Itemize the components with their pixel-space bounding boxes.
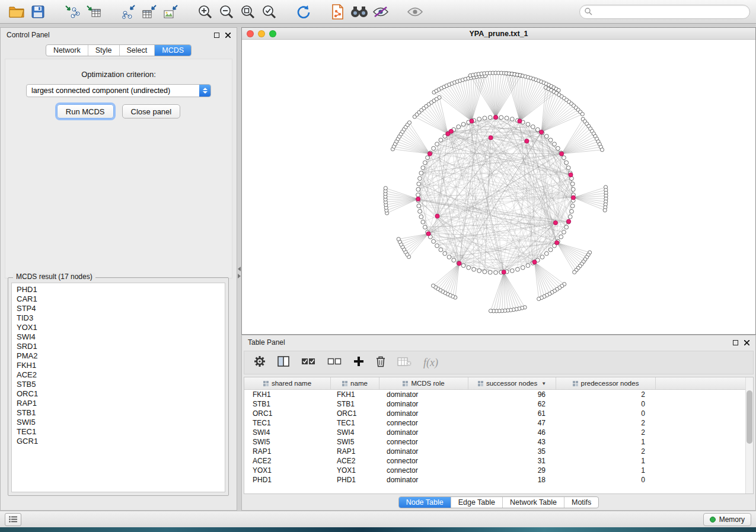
search-input[interactable] xyxy=(595,7,745,17)
mcds-result-item[interactable]: SWI5 xyxy=(12,418,225,427)
table-row[interactable]: FKH1FKH1dominator962 xyxy=(244,390,753,399)
table-cell[interactable]: connector xyxy=(379,419,468,427)
export-table-icon[interactable] xyxy=(139,2,160,21)
optimization-criterion-dropdown[interactable]: largest connected component (undirected) xyxy=(26,84,211,97)
table-cell[interactable]: TEC1 xyxy=(331,419,379,427)
table-cell[interactable]: ACE2 xyxy=(244,457,331,465)
zoom-selected-icon[interactable] xyxy=(259,2,280,21)
mcds-result-item[interactable]: STP4 xyxy=(12,304,225,313)
close-table-panel-icon[interactable] xyxy=(744,340,749,345)
table-cell[interactable]: YOX1 xyxy=(244,466,331,475)
table-cell[interactable]: RAP1 xyxy=(244,447,331,456)
table-row[interactable]: SWI5SWI5connector431 xyxy=(244,437,753,447)
table-cell[interactable]: 31 xyxy=(468,457,556,465)
mcds-result-item[interactable]: CAR1 xyxy=(12,294,225,304)
tab-select[interactable]: Select xyxy=(119,45,155,56)
tab-mcds[interactable]: MCDS xyxy=(154,45,191,56)
mcds-result-item[interactable]: PMA2 xyxy=(12,351,225,361)
zoom-out-icon[interactable] xyxy=(216,2,237,21)
network-window-titlebar[interactable]: YPA_prune.txt_1 xyxy=(242,28,755,40)
sort-indicator-icon[interactable]: ▼ xyxy=(541,381,546,386)
mcds-result-item[interactable]: GCR1 xyxy=(12,437,225,446)
table-cell[interactable]: 18 xyxy=(468,476,556,484)
table-row[interactable]: STB1STB1dominator620 xyxy=(244,399,753,409)
mcds-result-item[interactable]: PHD1 xyxy=(12,285,225,294)
mcds-result-list[interactable]: PHD1CAR1STP4TID3YOX1SWI4SRD1PMA2FKH1ACE2… xyxy=(11,283,225,492)
table-cell[interactable]: STB1 xyxy=(331,400,379,408)
mcds-result-item[interactable]: SWI4 xyxy=(12,332,225,342)
table-cell[interactable]: FKH1 xyxy=(244,390,331,399)
graphics-details-icon[interactable] xyxy=(404,2,426,21)
table-cell[interactable]: dominator xyxy=(379,447,468,456)
float-panel-icon[interactable] xyxy=(214,33,219,38)
table-cell[interactable]: dominator xyxy=(379,428,468,437)
table-cell[interactable]: 96 xyxy=(468,390,556,399)
table-cell[interactable]: 0 xyxy=(556,409,656,418)
table-row[interactable]: RAP1RAP1dominator352 xyxy=(244,447,753,456)
table-cell[interactable]: 43 xyxy=(468,438,556,446)
zoom-in-icon[interactable] xyxy=(194,2,216,21)
column-header-name[interactable]: name xyxy=(331,377,379,389)
table-cell[interactable]: 61 xyxy=(468,409,556,418)
table-cell[interactable]: 0 xyxy=(556,476,656,484)
mcds-result-item[interactable]: ACE2 xyxy=(12,370,225,380)
open-folder-icon[interactable] xyxy=(6,2,27,21)
network-canvas[interactable] xyxy=(242,40,755,335)
scrollbar-thumb[interactable] xyxy=(747,390,752,444)
table-cell[interactable]: RAP1 xyxy=(331,447,379,456)
table-cell[interactable]: SWI5 xyxy=(331,438,379,446)
mcds-result-item[interactable]: STB1 xyxy=(12,408,225,418)
table-cell[interactable]: connector xyxy=(379,438,468,446)
memory-button[interactable]: Memory xyxy=(703,513,751,526)
show-panels-menu-icon[interactable] xyxy=(5,513,21,526)
table-cell[interactable]: dominator xyxy=(379,409,468,418)
table-cell[interactable]: 1 xyxy=(556,457,656,465)
column-header-successor-nodes[interactable]: successor nodes▼ xyxy=(468,377,556,389)
table-row[interactable]: ORC1ORC1dominator610 xyxy=(244,409,753,418)
table-cell[interactable]: ORC1 xyxy=(244,409,331,418)
gear-icon[interactable] xyxy=(254,355,266,370)
save-icon[interactable] xyxy=(27,2,49,21)
export-image-icon[interactable] xyxy=(160,2,181,21)
delete-column-icon[interactable] xyxy=(376,356,385,370)
refresh-icon[interactable] xyxy=(293,2,314,21)
tab-network-table[interactable]: Network Table xyxy=(502,497,564,508)
table-cell[interactable]: PHD1 xyxy=(331,476,379,484)
table-cell[interactable]: STB1 xyxy=(244,400,331,408)
table-cell[interactable]: 2 xyxy=(556,419,656,427)
new-network-from-selection-icon[interactable] xyxy=(327,2,349,21)
column-header-MCDS-role[interactable]: MCDS role xyxy=(379,377,468,389)
table-cell[interactable]: 62 xyxy=(468,400,556,408)
collapse-right-icon[interactable] xyxy=(238,274,241,278)
table-cell[interactable]: 46 xyxy=(468,428,556,437)
mcds-result-item[interactable]: SRD1 xyxy=(12,342,225,351)
table-row[interactable]: PHD1PHD1dominator180 xyxy=(244,475,753,485)
splitpane-divider[interactable] xyxy=(237,27,241,511)
tab-network[interactable]: Network xyxy=(46,45,88,56)
table-cell[interactable]: 47 xyxy=(468,419,556,427)
table-cell[interactable]: ACE2 xyxy=(331,457,379,465)
add-column-icon[interactable] xyxy=(353,356,364,369)
table-cell[interactable]: 1 xyxy=(556,438,656,446)
table-cell[interactable]: 2 xyxy=(556,390,656,399)
table-cell[interactable]: 2 xyxy=(556,428,656,437)
hide-selected-icon[interactable] xyxy=(370,2,391,21)
table-cell[interactable]: SWI4 xyxy=(331,428,379,437)
mcds-result-item[interactable]: TEC1 xyxy=(12,427,225,437)
import-network-icon[interactable] xyxy=(62,2,83,21)
table-cell[interactable]: FKH1 xyxy=(331,390,379,399)
tab-style[interactable]: Style xyxy=(88,45,119,56)
zoom-fit-icon[interactable] xyxy=(237,2,259,21)
close-panel-icon[interactable] xyxy=(225,33,231,38)
deselect-all-icon[interactable] xyxy=(327,357,342,368)
run-mcds-button[interactable]: Run MCDS xyxy=(57,104,114,118)
table-cell[interactable]: 35 xyxy=(468,447,556,456)
close-panel-button[interactable]: Close panel xyxy=(122,104,181,118)
column-header-shared-name[interactable]: shared name xyxy=(244,377,331,389)
column-header-predecessor-nodes[interactable]: predecessor nodes xyxy=(556,377,656,389)
mcds-result-item[interactable]: STB5 xyxy=(12,380,225,389)
collapse-left-icon[interactable] xyxy=(238,267,241,271)
table-row[interactable]: YOX1YOX1connector291 xyxy=(244,466,753,475)
table-cell[interactable]: YOX1 xyxy=(331,466,379,475)
select-all-icon[interactable] xyxy=(301,357,315,368)
